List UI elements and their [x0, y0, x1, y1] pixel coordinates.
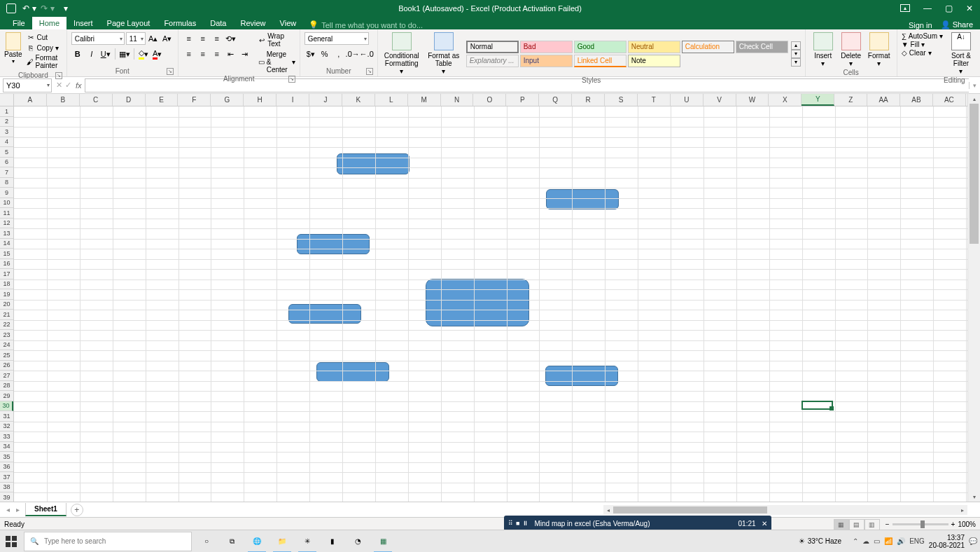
row-header-3[interactable]: 3 [0, 127, 13, 137]
cut-button[interactable]: ✂Cut [25, 32, 62, 42]
shape-rect-3[interactable] [297, 234, 370, 254]
recording-close-button[interactable]: ✕ [762, 520, 767, 527]
tray-notifications-icon[interactable]: 💬 [969, 537, 977, 545]
weather-widget[interactable]: ☀33°C Haze [799, 537, 841, 545]
row-header-17[interactable]: 17 [0, 269, 13, 280]
col-header-G[interactable]: G [211, 94, 244, 106]
alignment-launcher[interactable]: ↘ [288, 76, 295, 83]
task-explorer[interactable]: 📁 [270, 530, 294, 553]
tab-insert[interactable]: Insert [66, 17, 100, 29]
row-header-35[interactable]: 35 [0, 452, 13, 462]
row-header-31[interactable]: 31 [0, 411, 13, 422]
font-name-combo[interactable]: Calibri▾ [71, 32, 125, 45]
col-header-C[interactable]: C [80, 94, 113, 106]
fill-button[interactable]: ▼Fill ▾ [902, 41, 943, 48]
tray-volume-icon[interactable]: 🔊 [897, 537, 905, 545]
number-launcher[interactable]: ↘ [366, 68, 373, 75]
col-header-O[interactable]: O [473, 94, 506, 106]
decrease-indent-button[interactable]: ⇤ [225, 48, 237, 60]
col-header-Z[interactable]: Z [834, 94, 867, 106]
cells-area[interactable] [14, 106, 967, 502]
tab-home[interactable]: Home [32, 17, 66, 29]
styles-scroll-down[interactable]: ▾ [791, 50, 801, 58]
accounting-format-button[interactable]: $▾ [304, 48, 317, 60]
row-header-25[interactable]: 25 [0, 350, 13, 361]
row-header-19[interactable]: 19 [0, 289, 13, 300]
horizontal-scrollbar[interactable]: ◂ ▸ [603, 505, 967, 515]
row-header-14[interactable]: 14 [0, 239, 13, 249]
clipboard-launcher[interactable]: ↘ [55, 72, 62, 79]
style-normal[interactable]: Normal [466, 41, 519, 53]
col-header-W[interactable]: W [736, 94, 769, 106]
col-header-N[interactable]: N [441, 94, 474, 106]
select-all-corner[interactable] [0, 94, 14, 106]
decrease-font-button[interactable]: A▾ [161, 32, 174, 45]
row-header-22[interactable]: 22 [0, 320, 13, 331]
tray-wifi-icon[interactable]: 📶 [884, 537, 892, 545]
italic-button[interactable]: I [85, 48, 98, 60]
row-header-34[interactable]: 34 [0, 442, 13, 453]
new-sheet-button[interactable]: + [71, 504, 83, 516]
align-middle-button[interactable]: ≡ [197, 32, 209, 45]
row-header-6[interactable]: 6 [0, 158, 13, 168]
col-header-P[interactable]: P [506, 94, 539, 106]
row-header-38[interactable]: 38 [0, 483, 13, 493]
col-header-AB[interactable]: AB [900, 94, 933, 106]
style-neutral[interactable]: Neutral [628, 41, 680, 53]
row-header-20[interactable]: 20 [0, 300, 13, 310]
row-header-11[interactable]: 11 [0, 208, 13, 219]
task-cortana[interactable]: ○ [195, 530, 218, 553]
align-bottom-button[interactable]: ≡ [211, 32, 223, 45]
row-header-39[interactable]: 39 [0, 492, 13, 502]
task-slack[interactable]: ✳ [295, 530, 319, 553]
vertical-scrollbar[interactable]: ▴ ▾ [967, 94, 980, 502]
delete-cells-button[interactable]: Delete▾ [838, 32, 864, 67]
row-header-29[interactable]: 29 [0, 391, 13, 401]
style-input[interactable]: Input [520, 55, 573, 67]
shape-rect-7[interactable] [545, 366, 618, 386]
font-launcher[interactable]: ↘ [167, 68, 174, 75]
align-left-button[interactable]: ≡ [183, 48, 195, 60]
shape-rect-2[interactable] [546, 189, 619, 209]
shape-rect-6[interactable] [316, 362, 389, 382]
scroll-left-button[interactable]: ◂ [603, 507, 613, 513]
name-box[interactable]: Y30▾ [3, 78, 52, 92]
fill-handle[interactable] [830, 406, 834, 410]
ribbon-display-button[interactable]: ▴ [900, 4, 910, 12]
row-header-15[interactable]: 15 [0, 249, 13, 259]
align-right-button[interactable]: ≡ [211, 48, 223, 60]
scroll-right-button[interactable]: ▸ [958, 507, 967, 513]
view-page-layout-button[interactable]: ▤ [849, 519, 864, 530]
copy-button[interactable]: ⎘Copy ▾ [25, 43, 62, 53]
style-bad[interactable]: Bad [520, 41, 573, 53]
share-button[interactable]: 👤 Share [941, 20, 973, 29]
style-good[interactable]: Good [574, 41, 626, 53]
row-header-12[interactable]: 12 [0, 219, 13, 229]
tab-formulas[interactable]: Formulas [157, 17, 203, 29]
merge-center-button[interactable]: ▭Merge & Center ▾ [258, 50, 295, 74]
style-note[interactable]: Note [628, 55, 680, 67]
percent-button[interactable]: % [318, 48, 331, 60]
hscroll-thumb[interactable] [613, 506, 767, 513]
minimize-button[interactable]: — [917, 0, 938, 17]
col-header-J[interactable]: J [309, 94, 342, 106]
row-header-2[interactable]: 2 [0, 117, 13, 127]
customize-qat-button[interactable]: ▾ [59, 1, 73, 15]
row-header-8[interactable]: 8 [0, 178, 13, 188]
task-excel[interactable]: ▦ [371, 530, 395, 553]
style-explanatory[interactable]: Explanatory ... [466, 55, 519, 67]
increase-decimal-button[interactable]: .0→ [346, 48, 359, 60]
close-button[interactable]: ✕ [959, 0, 980, 17]
row-header-26[interactable]: 26 [0, 361, 13, 371]
col-header-V[interactable]: V [704, 94, 736, 106]
tell-me-input[interactable]: 💡Tell me what you want to do... [309, 20, 423, 29]
selected-cell[interactable] [802, 401, 834, 410]
row-header-7[interactable]: 7 [0, 167, 13, 178]
style-check-cell[interactable]: Check Cell [736, 41, 788, 53]
row-header-16[interactable]: 16 [0, 259, 13, 270]
orientation-button[interactable]: ⟲▾ [225, 32, 237, 45]
col-header-T[interactable]: T [638, 94, 671, 106]
paste-button[interactable]: Paste▾ [4, 32, 22, 70]
shape-rect-1[interactable] [337, 153, 410, 174]
row-header-1[interactable]: 1 [0, 106, 13, 117]
